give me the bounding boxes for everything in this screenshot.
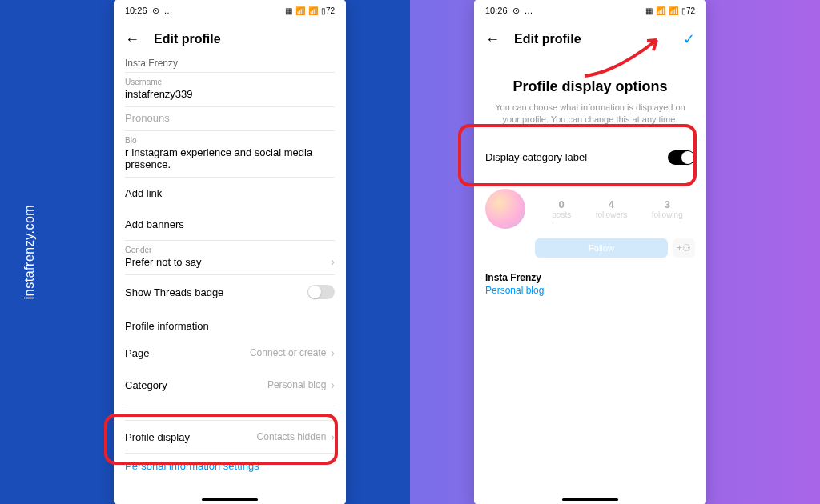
add-link-row[interactable]: Add link [125, 178, 335, 209]
display-category-toggle[interactable] [668, 150, 695, 165]
volte-icon: ▦ [285, 6, 292, 15]
home-indicator[interactable] [562, 498, 618, 501]
status-bar: 10:26⊙… ▦📶📶▯72 [114, 0, 346, 21]
avatar [485, 189, 525, 229]
profile-name: Insta Frenzy [485, 272, 695, 283]
row-label: Category [125, 379, 167, 391]
status-dots: … [525, 6, 533, 15]
header-title: Edit profile [514, 32, 581, 46]
battery-icon: ▯72 [681, 6, 695, 15]
page-row[interactable]: Page Connect or create› [125, 337, 335, 369]
gender-field[interactable]: Gender Prefer not to say › [125, 241, 335, 275]
signal-icon-2: 📶 [308, 6, 318, 15]
row-label: Display category label [485, 151, 587, 163]
field-label: Bio [125, 136, 335, 145]
personal-information-settings-link[interactable]: Personal information settings [125, 454, 335, 482]
status-bar: 10:26⊙… ▦📶📶▯72 [474, 0, 706, 21]
stat-following: 3following [652, 198, 683, 219]
field-label: Gender [125, 246, 201, 254]
phone-edit-profile: 10:26⊙… ▦📶📶▯72 ← Edit profile Insta Fren… [114, 0, 346, 504]
stat-followers: 4followers [596, 198, 627, 219]
bio-field[interactable]: Bio r Instagram experience and social me… [125, 131, 335, 178]
app-header: ← Edit profile ✓ [474, 21, 706, 58]
whatsapp-icon: ⊙ [512, 6, 520, 16]
field-value: instafrenzy339 [125, 88, 335, 100]
chevron-right-icon: › [331, 378, 335, 391]
profile-preview: 0posts 4followers 3following Follow +⚇ [485, 189, 695, 258]
field-label: Pronouns [125, 112, 335, 124]
row-label: Show Threads badge [125, 286, 223, 298]
status-time: 10:26 [125, 6, 147, 15]
threads-badge-row[interactable]: Show Threads badge [125, 275, 335, 309]
header-title: Edit profile [154, 32, 221, 46]
page-subtitle: You can choose what information is displ… [474, 95, 706, 138]
profile-category: Personal blog [485, 285, 695, 296]
chevron-right-icon: › [331, 255, 335, 268]
profile-display-row[interactable]: Profile display Contacts hidden› [125, 420, 335, 454]
home-indicator[interactable] [202, 498, 258, 501]
status-time: 10:26 [485, 6, 508, 15]
row-label: Page [125, 347, 149, 359]
page-title: Profile display options [474, 78, 706, 95]
signal-icon: 📶 [656, 6, 665, 15]
phone-profile-display-options: 10:26⊙… ▦📶📶▯72 ← Edit profile ✓ Profile … [474, 0, 706, 504]
app-header: ← Edit profile [114, 21, 346, 58]
row-value: Personal blog [267, 379, 326, 390]
field-value: Prefer not to say [125, 256, 201, 268]
volte-icon: ▦ [645, 6, 653, 15]
status-dots: … [164, 6, 173, 15]
chevron-right-icon: › [331, 346, 335, 359]
back-arrow-icon[interactable]: ← [125, 31, 139, 48]
field-value: r Instagram experience and social media … [125, 146, 335, 170]
row-label: Profile display [125, 431, 190, 443]
threads-toggle[interactable] [308, 285, 335, 299]
signal-icon-2: 📶 [669, 6, 678, 15]
name-field-value[interactable]: Insta Frenzy [125, 58, 335, 73]
category-row[interactable]: Category Personal blog› [125, 369, 335, 401]
battery-icon: ▯72 [321, 6, 335, 15]
display-category-label-row[interactable]: Display category label [474, 138, 706, 178]
add-banners-row[interactable]: Add banners [125, 209, 335, 241]
back-arrow-icon[interactable]: ← [485, 31, 500, 48]
follow-button: Follow [535, 238, 668, 258]
chevron-right-icon: › [331, 430, 335, 443]
username-field[interactable]: Username instafrenzy339 [125, 73, 335, 107]
profile-info-preview: Insta Frenzy Personal blog [485, 272, 695, 296]
row-value: Connect or create [250, 347, 326, 358]
row-value: Contacts hidden [257, 431, 327, 442]
pronouns-field[interactable]: Pronouns [125, 107, 335, 131]
whatsapp-icon: ⊙ [152, 6, 159, 16]
add-person-icon: +⚇ [673, 238, 695, 258]
confirm-check-icon[interactable]: ✓ [683, 30, 695, 48]
stat-posts: 0posts [552, 198, 571, 219]
signal-icon: 📶 [295, 6, 305, 15]
section-profile-information: Profile information [125, 309, 335, 337]
field-label: Username [125, 78, 335, 86]
